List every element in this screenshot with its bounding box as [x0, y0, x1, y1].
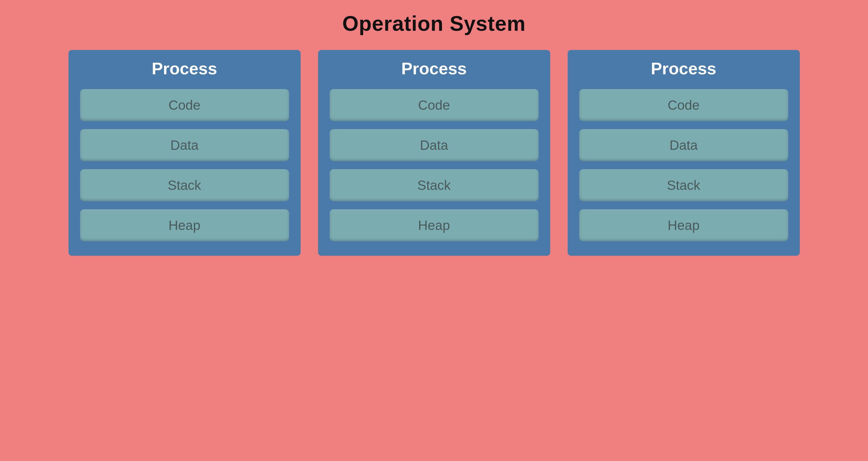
segment-stack-2: Stack	[330, 169, 538, 201]
segment-data-1: Data	[80, 129, 289, 161]
segment-stack-1: Stack	[80, 169, 289, 201]
process-title-2: Process	[401, 59, 467, 78]
segment-code-3: Code	[579, 89, 788, 121]
processes-container: Process Code Data Stack Heap Process Cod…	[42, 50, 826, 256]
segment-heap-3: Heap	[579, 209, 788, 241]
segment-heap-1: Heap	[80, 209, 289, 241]
segment-stack-3: Stack	[579, 169, 788, 201]
process-box-3: Process Code Data Stack Heap	[568, 50, 800, 256]
process-box-1: Process Code Data Stack Heap	[68, 50, 301, 256]
page-title: Operation System	[342, 11, 526, 35]
segment-heap-2: Heap	[330, 209, 538, 241]
process-box-2: Process Code Data Stack Heap	[318, 50, 550, 256]
process-title-1: Process	[152, 59, 217, 78]
segment-data-2: Data	[330, 129, 538, 161]
segment-code-2: Code	[330, 89, 538, 121]
segment-code-1: Code	[80, 89, 289, 121]
segment-data-3: Data	[579, 129, 788, 161]
process-title-3: Process	[651, 59, 716, 78]
